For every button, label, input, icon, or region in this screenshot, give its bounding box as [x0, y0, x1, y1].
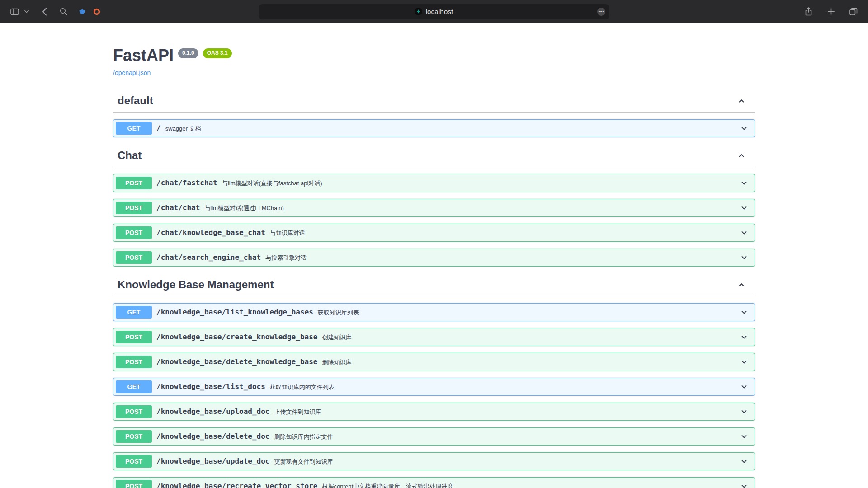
operation-description: 上传文件到知识库 [274, 407, 740, 416]
section-title: Knowledge Base Management [118, 278, 274, 291]
chevron-down-icon [740, 203, 749, 212]
method-badge: GET [116, 306, 152, 319]
operation-expand-button[interactable] [740, 457, 749, 466]
operation-expand-button[interactable] [740, 124, 749, 133]
section-header[interactable]: Knowledge Base Management [113, 273, 755, 296]
tag-section: Chat POST /chat/fastchat 与llm模型对话(直接与fas… [113, 144, 755, 267]
sidebar-icon [10, 8, 19, 15]
sidebar-menu-chevron-button[interactable] [23, 5, 31, 19]
operation-description: 根据content中文档重建向量库，流式输出处理进度。 [322, 482, 740, 488]
extension-blue-icon [79, 8, 86, 15]
section-collapse-button[interactable] [737, 96, 746, 105]
operation-path: /knowledge_base/delete_knowledge_base [152, 357, 322, 366]
operation-row[interactable]: POST /knowledge_base/delete_doc 删除知识库内指定… [113, 427, 755, 446]
method-badge: POST [116, 226, 152, 239]
operation-description: 更新现有文件到知识库 [274, 457, 740, 466]
operation-expand-button[interactable] [740, 203, 749, 212]
operation-row[interactable]: POST /knowledge_base/recreate_vector_sto… [113, 477, 755, 488]
operation-row[interactable]: POST /chat/knowledge_base_chat 与知识库对话 [113, 224, 755, 242]
operation-expand-button[interactable] [740, 357, 749, 366]
operation-row[interactable]: GET / swagger 文档 [113, 119, 755, 137]
back-arrow-icon [42, 8, 47, 16]
share-button[interactable] [801, 5, 816, 19]
operation-expand-button[interactable] [740, 432, 749, 441]
operation-path: /knowledge_base/update_doc [152, 457, 274, 465]
method-badge: POST [116, 356, 152, 368]
new-tab-button[interactable] [824, 5, 838, 19]
operation-path: /knowledge_base/recreate_vector_store [152, 482, 322, 488]
operation-row[interactable]: POST /knowledge_base/upload_doc 上传文件到知识库 [113, 403, 755, 421]
method-badge: GET [116, 380, 152, 393]
chevron-down-icon [740, 407, 749, 416]
chevron-down-icon [740, 382, 749, 391]
operation-description: 删除知识库 [322, 357, 740, 366]
search-button[interactable] [56, 5, 71, 19]
operation-path: /knowledge_base/list_docs [152, 382, 270, 391]
operation-path: / [152, 124, 165, 132]
operation-row[interactable]: GET /knowledge_base/list_knowledge_bases… [113, 303, 755, 321]
operation-row[interactable]: POST /chat/fastchat 与llm模型对话(直接与fastchat… [113, 174, 755, 192]
operation-description: 与llm模型对话(直接与fastchat api对话) [222, 178, 740, 188]
operation-expand-button[interactable] [740, 308, 749, 317]
chevron-down-icon [740, 253, 749, 262]
chevron-down-icon [24, 10, 29, 13]
section-collapse-button[interactable] [737, 280, 746, 289]
toolbar-left-group [7, 5, 104, 19]
plus-icon [828, 8, 835, 15]
operation-row[interactable]: POST /knowledge_base/update_doc 更新现有文件到知… [113, 452, 755, 470]
operation-description: 与知识库对话 [270, 228, 740, 237]
back-button[interactable] [37, 5, 52, 19]
extension-blue-button[interactable] [75, 5, 90, 19]
operation-row[interactable]: POST /chat/chat 与llm模型对话(通过LLMChain) [113, 199, 755, 217]
operation-expand-button[interactable] [740, 253, 749, 262]
chevron-down-icon [740, 178, 749, 188]
operation-expand-button[interactable] [740, 228, 749, 237]
operation-description: 获取知识库列表 [318, 308, 740, 317]
operation-expand-button[interactable] [740, 178, 749, 188]
operation-row[interactable]: POST /knowledge_base/delete_knowledge_ba… [113, 353, 755, 371]
extension-orange-button[interactable] [90, 5, 104, 19]
operation-path: /chat/search_engine_chat [152, 253, 265, 262]
operation-row[interactable]: POST /knowledge_base/create_knowledge_ba… [113, 328, 755, 346]
sidebar-toggle-button[interactable] [7, 5, 22, 19]
operation-row[interactable]: GET /knowledge_base/list_docs 获取知识库内的文件列… [113, 378, 755, 396]
operation-expand-button[interactable] [740, 333, 749, 342]
operations: POST /chat/fastchat 与llm模型对话(直接与fastchat… [113, 174, 755, 267]
tab-overview-button[interactable] [846, 5, 861, 19]
toolbar-right-group [801, 5, 861, 19]
operation-path: /knowledge_base/upload_doc [152, 407, 274, 416]
chevron-down-icon [740, 333, 749, 342]
share-icon [805, 7, 812, 16]
operation-expand-button[interactable] [740, 482, 749, 488]
address-bar[interactable]: localhost ••• [259, 4, 609, 19]
operation-description: 创建知识库 [322, 333, 740, 342]
api-sections: default GET / swagger 文档 Chat [113, 89, 755, 488]
method-badge: POST [116, 251, 152, 264]
operation-row[interactable]: POST /chat/search_engine_chat 与搜索引擎对话 [113, 249, 755, 267]
tag-section: Knowledge Base Management GET /knowledge… [113, 273, 755, 488]
section-collapse-button[interactable] [737, 151, 746, 160]
operation-description: 获取知识库内的文件列表 [270, 382, 740, 391]
page-menu-button[interactable]: ••• [597, 8, 605, 16]
method-badge: POST [116, 331, 152, 343]
chevron-down-icon [740, 228, 749, 237]
operation-expand-button[interactable] [740, 382, 749, 391]
api-info: FastAPI 0.1.0 OAS 3.1 /openapi.json [113, 23, 755, 89]
swagger-page: FastAPI 0.1.0 OAS 3.1 /openapi.json defa… [0, 23, 868, 488]
operation-description: swagger 文档 [165, 124, 740, 133]
operation-path: /knowledge_base/create_knowledge_base [152, 333, 322, 341]
chevron-up-icon [737, 280, 746, 289]
operation-path: /chat/fastchat [152, 178, 222, 187]
operation-path: /chat/knowledge_base_chat [152, 228, 270, 237]
openapi-spec-link[interactable]: /openapi.json [113, 69, 151, 76]
browser-toolbar: localhost ••• [0, 0, 868, 23]
section-header[interactable]: Chat [113, 144, 755, 167]
chevron-down-icon [740, 432, 749, 441]
method-badge: POST [116, 430, 152, 443]
site-favicon-icon [415, 8, 422, 15]
operation-expand-button[interactable] [740, 407, 749, 416]
section-header[interactable]: default [113, 89, 755, 113]
method-badge: POST [116, 202, 152, 214]
operation-description: 与搜索引擎对话 [265, 253, 740, 262]
chevron-up-icon [737, 151, 746, 160]
